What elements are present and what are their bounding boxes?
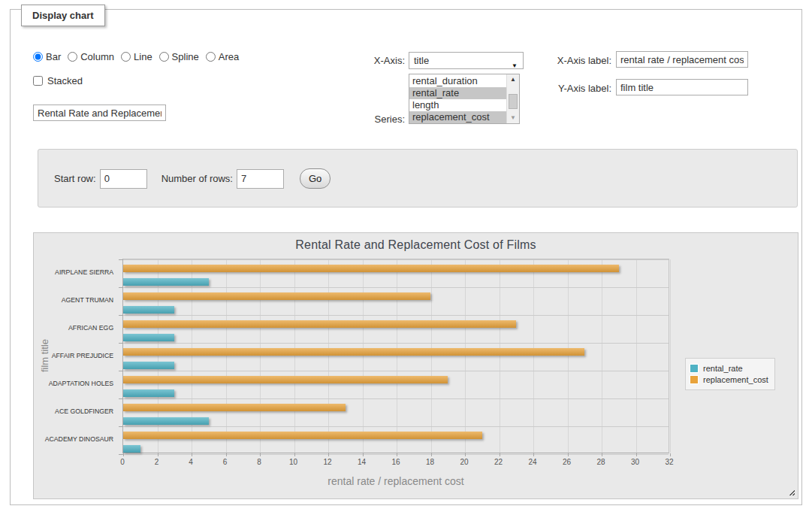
- gridline: [500, 259, 500, 453]
- chart-type-option-spline[interactable]: Spline: [159, 51, 199, 62]
- y-tick-mark: [119, 398, 123, 399]
- x-tick-mark: [500, 453, 500, 456]
- line-radio[interactable]: [121, 52, 131, 62]
- x-tick-mark: [533, 453, 534, 456]
- series-option-rental-duration[interactable]: rental_duration: [409, 75, 506, 87]
- go-button[interactable]: Go: [300, 168, 331, 189]
- y-tick-mark: [119, 343, 123, 344]
- series-multiselect[interactable]: rental_duration rental_rate length repla…: [409, 74, 520, 124]
- gridline: [294, 259, 295, 453]
- category-label: AIRPLANE SIERRA: [36, 259, 118, 286]
- replacement_cost-bar[interactable]: [123, 320, 516, 328]
- replacement_cost-bar[interactable]: [123, 404, 346, 411]
- replacement_cost-bar[interactable]: [123, 265, 619, 272]
- x-tick-mark: [192, 453, 192, 456]
- legend-label: replacement_cost: [703, 375, 768, 384]
- chart-plot: [122, 259, 669, 453]
- category-label: ACADEMY DINOSAUR: [36, 426, 118, 453]
- rental_rate-bar[interactable]: [123, 334, 174, 341]
- x-axis-label-input[interactable]: [616, 51, 748, 68]
- y-axis-label-input[interactable]: [616, 79, 748, 95]
- gridline: [260, 259, 261, 453]
- rental_rate-bar[interactable]: [123, 278, 209, 286]
- rental_rate-bar[interactable]: [123, 306, 174, 314]
- category-separator-line: [123, 398, 669, 399]
- start-row-input[interactable]: [100, 169, 147, 189]
- display-chart-fieldset: Bar Column Line Spline Area Stacked X-Ax…: [10, 9, 802, 505]
- series-option-length[interactable]: length: [409, 99, 506, 111]
- y-tick-mark: [119, 287, 123, 288]
- rental_rate-bar[interactable]: [123, 445, 140, 453]
- category-separator-line: [123, 343, 669, 344]
- area-radio[interactable]: [206, 52, 216, 62]
- category-label: AGENT TRUMAN: [36, 286, 118, 314]
- row-controls-row: Start row: Number of rows: Go: [54, 168, 331, 189]
- category-label: AFFAIR PREJUDICE: [36, 342, 118, 370]
- x-tick-mark: [226, 453, 227, 456]
- spline-radio[interactable]: [159, 52, 169, 62]
- x-tick-mark: [431, 453, 432, 456]
- chart-type-option-bar[interactable]: Bar: [33, 51, 61, 62]
- chart-title-input[interactable]: [33, 105, 166, 121]
- y-tick-mark: [119, 259, 123, 260]
- chart-type-option-line[interactable]: Line: [121, 51, 152, 62]
- legend-item-rental_rate[interactable]: rental_rate: [690, 364, 768, 373]
- bar-radio[interactable]: [33, 52, 43, 62]
- x-tick-mark: [465, 453, 466, 456]
- chart-type-option-column[interactable]: Column: [68, 51, 114, 62]
- num-rows-input[interactable]: [237, 169, 284, 189]
- x-axis-select[interactable]: title ▼: [409, 52, 524, 69]
- category-label: ACE GOLDFINGER: [36, 398, 118, 426]
- series-list-scrollbar[interactable]: ▲ ▼: [506, 74, 519, 123]
- scroll-down-arrow-icon[interactable]: ▼: [507, 113, 519, 123]
- rental_rate-bar[interactable]: [123, 417, 209, 425]
- x-tick-mark: [568, 453, 569, 456]
- chart-type-option-area[interactable]: Area: [206, 51, 239, 62]
- category-label: ADAPTATION HOLES: [36, 370, 118, 398]
- resize-handle-icon[interactable]: [787, 488, 795, 495]
- x-tick-label: 18: [415, 458, 445, 466]
- x-tick-mark: [670, 453, 671, 456]
- row-controls-panel: Start row: Number of rows: Go: [38, 149, 798, 208]
- x-tick-label: 2: [142, 458, 172, 466]
- category-labels: AIRPLANE SIERRAAGENT TRUMANAFRICAN EGGAF…: [34, 259, 118, 453]
- category-separator-line: [123, 287, 669, 288]
- gridline: [602, 259, 602, 453]
- y-tick-mark: [119, 426, 123, 427]
- x-axis-label-label: X-Axis label:: [535, 55, 611, 66]
- series-option-rental-rate[interactable]: rental_rate: [409, 87, 506, 99]
- gridline: [636, 259, 637, 453]
- x-tick-mark: [123, 453, 124, 456]
- x-axis-select-label: X-Axis:: [341, 55, 405, 66]
- category-separator-line: [123, 454, 669, 455]
- num-rows-label: Number of rows:: [161, 173, 233, 184]
- scroll-up-arrow-icon[interactable]: ▲: [507, 74, 519, 85]
- series-option-replacement-cost[interactable]: replacement_cost: [409, 111, 506, 123]
- chart-x-axis-title: rental rate / replacement cost: [122, 475, 669, 487]
- x-tick-label: 8: [244, 458, 274, 466]
- scrollbar-thumb[interactable]: [509, 94, 518, 109]
- gridline: [363, 259, 364, 453]
- x-tick-label: 30: [620, 458, 651, 466]
- replacement_cost-bar[interactable]: [123, 348, 584, 356]
- column-radio-label: Column: [80, 51, 114, 62]
- y-tick-mark: [119, 315, 123, 316]
- chart-title: Rental Rate and Replacement Cost of Film…: [34, 238, 798, 252]
- stacked-checkbox[interactable]: [33, 76, 43, 86]
- chevron-down-icon: ▼: [512, 58, 518, 74]
- spline-radio-label: Spline: [172, 51, 199, 62]
- stacked-checkbox-row[interactable]: Stacked: [33, 75, 83, 86]
- rental_rate-bar[interactable]: [123, 362, 174, 369]
- replacement_cost-bar[interactable]: [123, 432, 482, 439]
- legend-item-replacement_cost[interactable]: replacement_cost: [690, 375, 768, 384]
- rental_rate-bar[interactable]: [123, 389, 174, 397]
- series-options: rental_duration rental_rate length repla…: [409, 75, 506, 123]
- x-tick-mark: [158, 453, 158, 456]
- column-radio[interactable]: [68, 52, 77, 62]
- replacement_cost-bar[interactable]: [123, 376, 448, 383]
- gridline: [568, 259, 569, 453]
- category-label: AFRICAN EGG: [36, 314, 118, 342]
- replacement_cost-bar[interactable]: [123, 292, 430, 300]
- x-tick-label: 12: [312, 458, 343, 466]
- x-tick-mark: [260, 453, 261, 456]
